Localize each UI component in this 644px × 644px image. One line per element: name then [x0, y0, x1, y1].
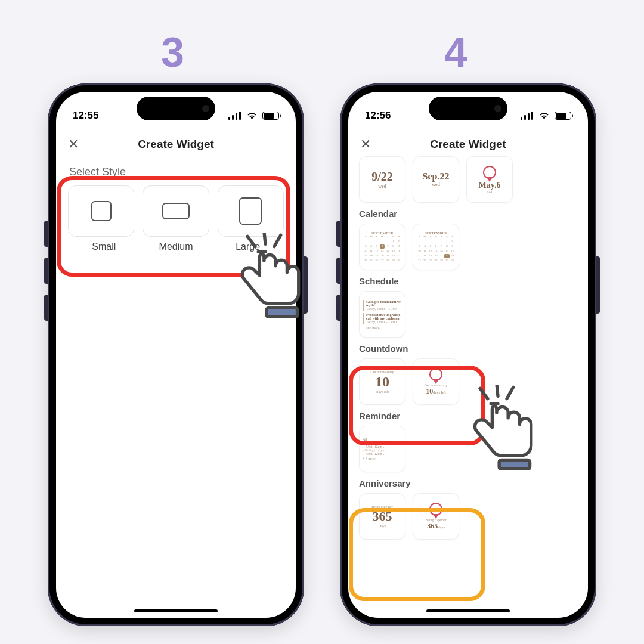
date-widget-3-date: May.6 [479, 181, 501, 190]
category-anniversary: Anniversary [359, 478, 577, 488]
countdown-number: 10 [375, 374, 389, 390]
status-time: 12:56 [365, 110, 391, 122]
dynamic-island [429, 97, 507, 120]
category-reminder: Reminder [359, 411, 577, 421]
schedule-item-2-time: Today, 12:00 – 13:00 [366, 320, 405, 324]
calendar-grid: SMTWTFS123456789101112131415161718192021… [417, 235, 455, 263]
dynamic-island [137, 97, 215, 120]
countdown-unit: Days left [376, 390, 389, 394]
anniversary-widget-2[interactable]: Being together 365days [413, 493, 459, 540]
category-calendar: Calendar [359, 209, 577, 219]
page-header: ✕ Create Widget [56, 132, 296, 156]
home-indicator [426, 609, 510, 612]
phone-frame-3: 12:55 ✕ Create Widget Select Style Small… [48, 83, 304, 626]
wifi-icon [246, 112, 258, 120]
style-caption-large: Large [212, 242, 284, 252]
countdown-unit-small: days left [433, 391, 446, 394]
phone-screen-3: 12:55 ✕ Create Widget Select Style Small… [56, 92, 296, 618]
countdown-number-small: 10 [426, 387, 433, 395]
date-widget-3-day: SAT [487, 190, 493, 194]
wifi-icon [538, 112, 550, 120]
battery-icon [555, 112, 571, 120]
style-caption-small: Small [68, 242, 140, 252]
date-widget-1-day: wed [378, 184, 386, 190]
schedule-more: …and more [363, 326, 380, 330]
calendar-widget-2[interactable]: SEPTEMBER SMTWTFS12345678910111213141516… [413, 224, 459, 270]
close-icon[interactable]: ✕ [360, 137, 371, 152]
ribbon-icon [429, 503, 442, 516]
close-icon[interactable]: ✕ [68, 137, 79, 152]
date-widget-2-day: wed [432, 182, 439, 188]
select-style-label: Select Style [69, 166, 296, 178]
reminder-widget[interactable]: All • Going to Gym Until 12am … • Going … [359, 426, 405, 472]
schedule-item-1-time: Today, 10:00 – 11:00 [366, 307, 405, 311]
status-time: 12:55 [73, 110, 98, 122]
home-indicator [134, 609, 218, 612]
phone-frame-4: 12:56 ✕ Create Widget 9/22 wed Sep.22 we… [340, 83, 596, 626]
date-widget-1-date: 9/22 [371, 170, 393, 184]
anniversary-number: 365 [373, 509, 392, 524]
page-title: Create Widget [138, 138, 214, 151]
anniversary-unit-small: days [438, 525, 445, 529]
anniversary-unit: Days [379, 524, 386, 528]
schedule-widget[interactable]: Going to restaurant w/ my bf Today, 10:0… [359, 291, 405, 338]
style-option-small[interactable] [68, 185, 134, 237]
ribbon-icon [429, 368, 442, 381]
calendar-grid: SMTWTFS123456789101112131415161718192021… [363, 235, 401, 263]
style-option-medium[interactable] [143, 185, 209, 237]
page-title: Create Widget [430, 138, 506, 151]
reminder-item-2-until: Until 12am … [366, 452, 387, 456]
date-widget-1[interactable]: 9/22 wed [359, 156, 405, 203]
reminder-more: + 5 more [363, 457, 376, 460]
phone-screen-4: 12:56 ✕ Create Widget 9/22 wed Sep.22 we… [348, 92, 588, 618]
battery-icon [262, 112, 279, 120]
date-widget-2-date: Sep.22 [423, 171, 450, 182]
countdown-widget-2[interactable]: Our anniversary 10days left [413, 358, 459, 405]
step-number-3: 3 [161, 29, 184, 76]
schedule-item-2: Product meeting video call with my coule… [366, 313, 405, 320]
date-widget-2[interactable]: Sep.22 wed [413, 156, 459, 203]
step-number-4: 4 [444, 29, 467, 76]
ribbon-icon [483, 166, 496, 179]
schedule-item-1: Going to restaurant w/ my bf [366, 300, 405, 307]
calendar-widget-1[interactable]: SEPTEMBER SMTWTFS12345678910111213141516… [359, 224, 405, 270]
category-schedule: Schedule [359, 276, 577, 286]
countdown-widget-1[interactable]: Our anniversary 10 Days left [359, 358, 405, 405]
page-header: ✕ Create Widget [348, 132, 588, 156]
cellular-icon [228, 112, 242, 120]
style-option-large[interactable] [218, 185, 284, 237]
anniversary-number-small: 365 [427, 522, 438, 530]
anniversary-widget-1[interactable]: Being together 365 Days [359, 493, 405, 540]
date-widget-3[interactable]: May.6 SAT [466, 156, 513, 203]
cellular-icon [521, 112, 534, 120]
style-caption-medium: Medium [140, 242, 212, 252]
category-countdown: Countdown [359, 343, 577, 354]
